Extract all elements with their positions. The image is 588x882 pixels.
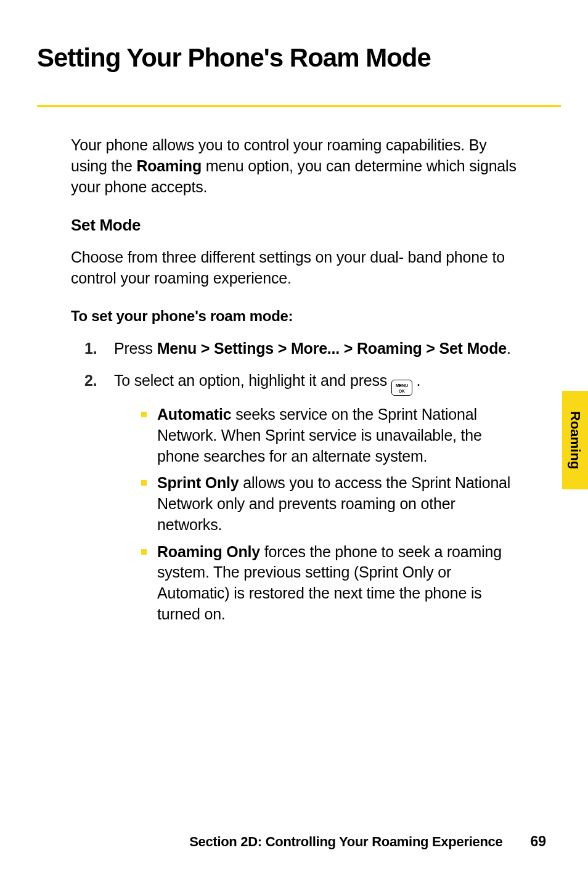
page-footer: Section 2D: Controlling Your Roaming Exp… [0, 833, 588, 850]
key-top-text: MENU [396, 383, 408, 388]
page-heading: Setting Your Phone's Roam Mode [37, 43, 551, 80]
step-body: Press Menu > Settings > More... > Roamin… [114, 338, 517, 359]
option-label: Sprint Only [157, 474, 239, 491]
side-tab-roaming: Roaming [562, 391, 588, 489]
side-tab-label: Roaming [567, 411, 583, 469]
option-label: Roaming Only [157, 543, 260, 560]
footer-page-number: 69 [530, 833, 546, 850]
key-bottom-text: OK [399, 388, 405, 394]
option-roaming-only: Roaming Only forces the phone to seek a … [141, 542, 517, 625]
step-body: To select an option, highlight it and pr… [114, 370, 517, 631]
step-2: 2. To select an option, highlight it and… [84, 370, 517, 631]
heading-rule [37, 105, 561, 107]
steps-list: 1. Press Menu > Settings > More... > Roa… [71, 338, 517, 631]
options-list: Automatic seeks service on the Sprint Na… [114, 404, 517, 625]
step-number: 1. [84, 338, 114, 359]
step-number: 2. [84, 370, 114, 631]
step1-post: . [507, 340, 511, 357]
intro-paragraph: Your phone allows you to control your ro… [71, 135, 517, 197]
step-1: 1. Press Menu > Settings > More... > Roa… [84, 338, 517, 359]
step1-pre: Press [114, 340, 157, 357]
menu-ok-key-icon: MENUOK [391, 380, 412, 396]
step2-pre: To select an option, highlight it and pr… [114, 372, 391, 389]
step2-post: . [412, 372, 421, 389]
content-area: Your phone allows you to control your ro… [37, 135, 551, 631]
option-automatic: Automatic seeks service on the Sprint Na… [141, 404, 517, 467]
paragraph-2: Choose from three different settings on … [71, 247, 517, 289]
intro-bold: Roaming [136, 157, 202, 174]
option-sprint-only: Sprint Only allows you to access the Spr… [141, 473, 517, 535]
step1-menu-path: Menu > Settings > More... > Roaming > Se… [157, 340, 507, 357]
lead-instruction: To set your phone's roam mode: [71, 308, 517, 325]
subheading-set-mode: Set Mode [71, 216, 517, 235]
footer-section-title: Section 2D: Controlling Your Roaming Exp… [189, 834, 502, 850]
option-label: Automatic [157, 406, 231, 423]
